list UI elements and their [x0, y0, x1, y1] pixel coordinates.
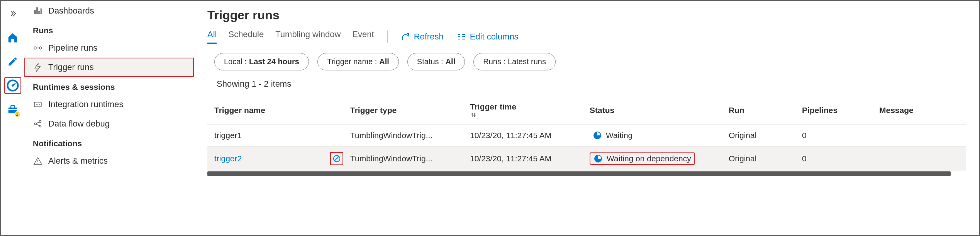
edit-columns-label: Edit columns	[470, 32, 519, 42]
sidebar-heading-runs: Runs	[24, 21, 194, 38]
sidebar-heading-runtimes: Runtimes & sessions	[24, 77, 194, 95]
gauge-icon	[6, 79, 19, 92]
tab-event[interactable]: Event	[352, 29, 374, 44]
clock-icon	[593, 154, 603, 163]
trigger-icon	[33, 63, 43, 72]
svg-point-9	[39, 125, 41, 127]
status-cell: Waiting on dependency	[607, 154, 691, 163]
toolbox-badge: 2	[14, 111, 20, 117]
cancel-trigger-button[interactable]	[330, 152, 343, 165]
result-count: Showing 1 - 2 items	[217, 79, 966, 89]
svg-point-4	[34, 47, 36, 49]
sidebar-item-data-flow-debug[interactable]: Data flow debug	[24, 114, 194, 133]
tab-all[interactable]: All	[207, 29, 217, 44]
divider	[387, 31, 388, 43]
rail-home-button[interactable]	[4, 29, 21, 46]
columns-icon	[457, 32, 466, 41]
trigger-time-cell: 10/23/20, 11:27:45 AM	[470, 131, 590, 140]
run-cell: Original	[729, 131, 802, 140]
trigger-runs-table: Trigger name Trigger type Trigger time S…	[207, 97, 966, 171]
sidebar-label: Trigger runs	[48, 62, 94, 72]
sidebar-label: Integration runtimes	[48, 99, 123, 109]
sidebar-label: Alerts & metrics	[48, 156, 108, 166]
table-row[interactable]: trigger1 TumblingWindowTrig... 10/23/20,…	[207, 124, 966, 146]
trigger-time-cell: 10/23/20, 11:27:45 AM	[470, 154, 590, 163]
svg-point-2	[12, 84, 14, 87]
rail-toolbox-button[interactable]: 2	[4, 101, 21, 118]
sidebar-label: Pipeline runs	[48, 43, 97, 53]
filter-trigger-name[interactable]: Trigger name : All	[317, 53, 399, 70]
col-header-run[interactable]: Run	[729, 106, 802, 115]
refresh-label: Refresh	[414, 32, 444, 42]
sidebar-item-integration-runtimes[interactable]: Integration runtimes	[24, 95, 194, 114]
sort-icon	[470, 111, 590, 118]
pipelines-cell: 0	[802, 131, 879, 140]
col-header-type[interactable]: Trigger type	[350, 106, 470, 115]
edit-columns-button[interactable]: Edit columns	[457, 32, 519, 42]
collapse-rail-button[interactable]	[5, 5, 22, 22]
filter-runs[interactable]: Runs : Latest runs	[473, 53, 556, 70]
debug-icon	[33, 119, 43, 128]
run-cell: Original	[729, 154, 802, 163]
horizontal-scrollbar[interactable]	[207, 171, 951, 176]
filter-local[interactable]: Local : Last 24 hours	[214, 53, 309, 70]
tab-tumbling-window[interactable]: Tumbling window	[275, 29, 341, 44]
sidebar-label: Dashboards	[48, 6, 94, 16]
svg-rect-3	[8, 109, 17, 110]
home-icon	[7, 32, 19, 43]
pencil-icon	[7, 56, 18, 67]
col-header-pipelines[interactable]: Pipelines	[802, 106, 879, 115]
refresh-button[interactable]: Refresh	[401, 32, 444, 42]
pipeline-icon	[33, 43, 43, 53]
cancel-icon	[332, 154, 341, 163]
svg-point-7	[35, 123, 37, 125]
rail-monitor-button[interactable]	[4, 77, 21, 94]
integration-icon	[33, 100, 43, 109]
dashboards-icon	[33, 6, 43, 15]
col-header-message[interactable]: Message	[879, 106, 962, 115]
col-header-time[interactable]: Trigger time	[470, 102, 590, 118]
sidebar-heading-notifications: Notifications	[24, 133, 194, 151]
tab-schedule[interactable]: Schedule	[228, 29, 264, 44]
table-header-row: Trigger name Trigger type Trigger time S…	[207, 97, 966, 124]
sidebar-label: Data flow debug	[48, 119, 110, 129]
refresh-icon	[401, 32, 410, 41]
svg-point-5	[39, 47, 42, 49]
col-header-name[interactable]: Trigger name	[211, 106, 350, 115]
sidebar-item-pipeline-runs[interactable]: Pipeline runs	[24, 38, 194, 58]
sidebar-item-trigger-runs[interactable]: Trigger runs	[24, 58, 194, 77]
pipelines-cell: 0	[802, 154, 879, 163]
trigger-type-cell: TumblingWindowTrig...	[350, 131, 470, 140]
svg-point-8	[39, 121, 41, 123]
sidebar-item-dashboards[interactable]: Dashboards	[24, 1, 194, 21]
clock-icon	[593, 131, 602, 140]
status-cell: Waiting	[606, 131, 632, 140]
page-title: Trigger runs	[207, 8, 966, 22]
rail-author-button[interactable]	[4, 53, 21, 70]
trigger-name-cell: trigger1	[214, 131, 242, 140]
filter-status[interactable]: Status : All	[407, 53, 465, 70]
trigger-type-cell: TumblingWindowTrig...	[350, 154, 470, 163]
col-header-status[interactable]: Status	[590, 106, 729, 115]
trigger-name-cell[interactable]: trigger2	[214, 154, 242, 163]
chevron-double-right-icon	[9, 10, 17, 17]
alert-icon	[33, 156, 43, 166]
table-row[interactable]: trigger2 TumblingWindowTrig... 10/23/20,…	[207, 146, 966, 171]
sidebar-item-alerts-metrics[interactable]: Alerts & metrics	[24, 151, 194, 171]
